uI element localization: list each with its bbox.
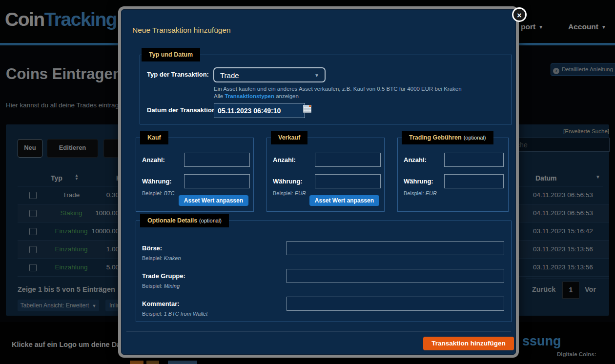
dialog-content: Neue Transaktion hinzufügen Typ und Datu… <box>121 9 516 355</box>
buy-currency-input[interactable] <box>184 174 250 188</box>
transaction-type-select[interactable]: Trade▼ <box>213 67 326 82</box>
exchange-input[interactable] <box>287 241 504 255</box>
trade-group-label: Trade Gruppe: <box>142 272 185 280</box>
section-label: Verkauf <box>271 131 308 144</box>
screen: CoinTracking port▼ Account▼ Coins Eintra… <box>0 0 615 364</box>
sell-currency-input[interactable] <box>315 174 381 188</box>
comment-input[interactable] <box>287 297 504 311</box>
optional-details-section: Optionale Details(optional) Börse: Beisp… <box>136 221 512 322</box>
buy-section: Kauf Anzahl: Währung: Beispiel: BTC Asse… <box>136 138 254 212</box>
fee-example: Beispiel: EUR <box>404 190 437 196</box>
chevron-down-icon: ▼ <box>314 68 319 82</box>
fee-amount-label: Anzahl: <box>404 156 427 163</box>
section-label: Kauf <box>140 131 168 144</box>
section-label: Trading Gebühren(optional) <box>402 131 493 144</box>
section-label: Optionale Details(optional) <box>140 214 229 227</box>
sell-currency-label: Währung: <box>273 178 303 185</box>
close-icon[interactable]: × <box>512 7 527 22</box>
comment-example: Beispiel: 1 BTC from Wallet <box>142 311 207 317</box>
buy-currency-label: Währung: <box>142 178 172 185</box>
sell-section: Verkauf Anzahl: Währung: Beispiel: EUR A… <box>266 138 385 212</box>
add-transaction-dialog: × Neue Transaktion hinzufügen Typ und Da… <box>118 6 519 358</box>
fee-amount-input[interactable] <box>444 153 504 167</box>
fee-currency-input[interactable] <box>444 174 504 188</box>
type-date-section: Typ und Datum Typ der Transaktion: Trade… <box>140 55 512 124</box>
section-label: Typ und Datum <box>142 48 200 61</box>
buy-amount-label: Anzahl: <box>142 156 165 163</box>
exchange-example: Beispiel: Kraken <box>142 255 181 261</box>
type-help-text: Ein Asset kaufen und ein anderes Asset v… <box>214 86 462 92</box>
sell-amount-label: Anzahl: <box>273 156 296 163</box>
sell-adjust-asset-button[interactable]: Asset Wert anpassen <box>309 195 379 206</box>
sell-amount-input[interactable] <box>315 153 381 167</box>
transaction-type-label: Typ der Transaktion: <box>147 71 209 78</box>
buy-example: Beispiel: BTC <box>142 190 175 196</box>
type-help-line2: Alle Transaktionstypen anzeigen <box>214 93 299 99</box>
transaction-types-link[interactable]: Transaktionstypen <box>225 93 274 99</box>
transaction-date-input[interactable] <box>214 103 305 118</box>
buy-amount-input[interactable] <box>184 153 250 167</box>
comment-label: Kommentar: <box>142 300 180 307</box>
add-transaction-button[interactable]: Transaktion hinzufügen <box>423 337 514 350</box>
fee-section: Trading Gebühren(optional) Anzahl: Währu… <box>397 138 509 212</box>
trade-group-input[interactable] <box>287 269 504 283</box>
footer-divider <box>126 331 511 331</box>
sell-example: Beispiel: EUR <box>273 190 306 196</box>
dialog-title: Neue Transaktion hinzufügen <box>132 26 231 35</box>
transaction-date-label: Datum der Transaktion: <box>147 106 218 114</box>
fee-currency-label: Währung: <box>404 178 433 185</box>
buy-adjust-asset-button[interactable]: Asset Wert anpassen <box>179 195 248 206</box>
exchange-label: Börse: <box>142 244 162 252</box>
calendar-icon[interactable] <box>303 105 311 113</box>
trade-group-example: Beispiel: Mining <box>142 283 180 289</box>
